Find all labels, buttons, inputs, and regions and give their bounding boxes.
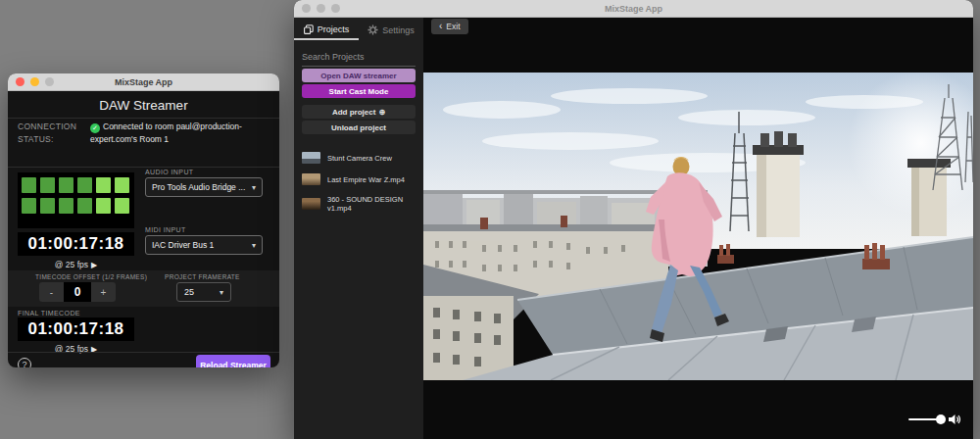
meter-row	[22, 177, 130, 193]
project-list: Stunt Camera Crew Last Empire War Z.mp4 …	[294, 147, 423, 218]
projects-sidebar: Projects Settings Open DAW streamer Star…	[294, 18, 423, 439]
chevron-down-icon: ▾	[252, 183, 256, 192]
offset-increment-button[interactable]: +	[91, 282, 116, 302]
reload-streamer-button[interactable]: Reload Streamer	[196, 355, 270, 367]
project-name: Last Empire War Z.mp4	[327, 175, 405, 184]
search-row	[302, 47, 416, 67]
offset-value: 0	[64, 282, 91, 302]
audio-input-value: Pro Tools Audio Bridge ...	[152, 182, 245, 192]
offset-decrement-button[interactable]: -	[39, 282, 64, 302]
video-frame	[423, 73, 973, 380]
midi-input-value: IAC Driver Bus 1	[152, 240, 214, 250]
final-timecode-display: 01:00:17:18	[18, 317, 134, 341]
window-title: MixStage App	[8, 77, 279, 87]
gear-icon	[368, 24, 378, 35]
add-project-button[interactable]: Add project ⊕	[302, 105, 416, 119]
unload-project-button[interactable]: Unload project	[302, 121, 416, 134]
help-button[interactable]: ?	[18, 358, 31, 367]
chevron-down-icon: ▾	[252, 241, 256, 250]
projects-icon	[304, 24, 314, 34]
fps-label: @ 25 fps	[55, 260, 88, 269]
final-timecode-label: FINAL TIMECODE	[18, 310, 80, 317]
open-daw-streamer-button[interactable]: Open DAW streamer	[302, 69, 416, 82]
mixstage-main-window: MixStage App Projects Settings Open DAW …	[294, 0, 973, 439]
meter-row	[22, 198, 130, 214]
timecode-offset-stepper: - 0 +	[39, 282, 116, 302]
list-item[interactable]: Stunt Camera Crew	[294, 147, 423, 169]
chevron-down-icon: ▾	[220, 288, 223, 297]
tab-settings-label: Settings	[382, 25, 415, 35]
volume-slider-thumb[interactable]	[936, 415, 946, 424]
project-thumbnail	[302, 173, 320, 185]
exit-label: Exit	[446, 22, 460, 31]
window-title: MixStage App	[294, 4, 973, 14]
start-cast-mode-button[interactable]: Start Cast Mode	[302, 84, 416, 98]
audio-level-meter	[18, 172, 134, 228]
add-circle-icon: ⊕	[378, 108, 385, 117]
play-icon[interactable]: ▶	[91, 261, 97, 269]
framerate-value: 25	[184, 287, 194, 297]
project-framerate-label: PROJECT FRAMERATE	[165, 273, 240, 280]
volume-slider[interactable]	[908, 418, 944, 420]
midi-input-dropdown[interactable]: IAC Driver Bus 1 ▾	[145, 235, 263, 255]
volume-control	[908, 414, 961, 425]
search-input[interactable]	[302, 52, 416, 62]
page-title: DAW Streamer	[8, 98, 279, 113]
right-titlebar: MixStage App	[294, 0, 973, 18]
offset-section: TIMECODE OFFSET (1/2 FRAMES) - 0 + PROJE…	[8, 270, 279, 307]
exit-button[interactable]: ‹ Exit	[431, 19, 468, 34]
list-item[interactable]: Last Empire War Z.mp4	[294, 169, 423, 190]
speaker-icon[interactable]	[949, 414, 961, 425]
check-icon: ✓	[90, 123, 100, 133]
project-thumbnail	[302, 198, 320, 210]
daw-streamer-window: MixStage App DAW Streamer CONNECTION STA…	[8, 73, 279, 367]
timecode-display: 01:00:17:18	[18, 232, 134, 256]
midi-input-label: MIDI INPUT	[145, 226, 186, 233]
audio-input-label: AUDIO INPUT	[145, 169, 194, 175]
connection-status-label: CONNECTION STATUS:	[18, 121, 90, 146]
list-item[interactable]: 360 - SOUND DESIGN v1.mp4	[294, 190, 423, 218]
tab-settings[interactable]: Settings	[359, 20, 423, 40]
timecode-offset-label: TIMECODE OFFSET (1/2 FRAMES)	[35, 273, 147, 280]
project-name: Stunt Camera Crew	[327, 154, 392, 163]
chevron-left-icon: ‹	[439, 22, 442, 31]
project-name: 360 - SOUND DESIGN v1.mp4	[327, 195, 416, 213]
add-project-label: Add project	[332, 108, 375, 117]
left-titlebar: MixStage App	[8, 73, 279, 91]
audio-input-dropdown[interactable]: Pro Tools Audio Bridge ... ▾	[145, 177, 263, 197]
tab-projects-label: Projects	[318, 24, 350, 34]
tab-projects[interactable]: Projects	[294, 20, 359, 40]
connection-status-value: ✓Connected to room paul@production-exper…	[90, 121, 270, 146]
framerate-dropdown[interactable]: 25 ▾	[176, 282, 231, 302]
project-thumbnail	[302, 152, 320, 164]
fps-line: @ 25 fps▶	[18, 260, 134, 269]
video-still-paris-rooftops	[423, 73, 973, 380]
video-player-area: ‹ Exit	[423, 18, 973, 439]
